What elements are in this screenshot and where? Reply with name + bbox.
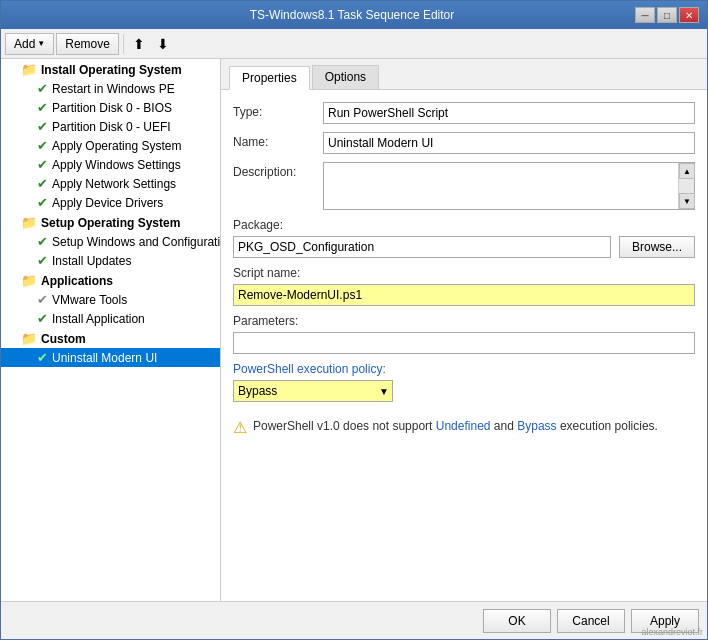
main-content: 📁 Install Operating System ✔ Restart in … [1, 59, 707, 601]
tab-options[interactable]: Options [312, 65, 379, 89]
desc-container: ▲ ▼ [323, 162, 695, 210]
tree-item-install-application[interactable]: ✔ Install Application [1, 309, 220, 328]
warning-text: PowerShell v1.0 does not support Undefin… [253, 418, 658, 435]
script-input[interactable] [233, 284, 695, 306]
scroll-down-btn[interactable]: ▼ [679, 193, 695, 209]
package-row: Browse... [233, 236, 695, 258]
params-input[interactable] [233, 332, 695, 354]
group-custom[interactable]: 📁 Custom [1, 328, 220, 348]
tree-item-apply-network[interactable]: ✔ Apply Network Settings [1, 174, 220, 193]
title-controls: ─ □ ✕ [635, 7, 699, 23]
right-panel: Properties Options Type: Name: Descripti… [221, 59, 707, 601]
tree-item-setup-windows[interactable]: ✔ Setup Windows and Configuration [1, 232, 220, 251]
check-icon: ✔ [37, 138, 48, 153]
params-section: Parameters: [233, 314, 695, 354]
maximize-button[interactable]: □ [657, 7, 677, 23]
folder-icon: 📁 [21, 331, 37, 346]
script-label: Script name: [233, 266, 695, 280]
toolbar-separator [123, 34, 124, 54]
desc-textarea[interactable] [324, 163, 678, 209]
check-icon: ✔ [37, 176, 48, 191]
scroll-up-btn[interactable]: ▲ [679, 163, 695, 179]
type-input[interactable] [323, 102, 695, 124]
name-label: Name: [233, 132, 323, 149]
name-row: Name: [233, 132, 695, 154]
tree-item-apply-windows-settings[interactable]: ✔ Apply Windows Settings [1, 155, 220, 174]
check-icon: ✔ [37, 350, 48, 365]
bottom-bar: OK Cancel Apply [1, 601, 707, 639]
policy-select[interactable]: Bypass AllSigned Undefined [233, 380, 393, 402]
folder-icon: 📁 [21, 215, 37, 230]
check-icon: ✔ [37, 234, 48, 249]
tree-item-apply-drivers[interactable]: ✔ Apply Device Drivers [1, 193, 220, 212]
check-icon: ✔ [37, 81, 48, 96]
type-row: Type: [233, 102, 695, 124]
package-section: Package: Browse... [233, 218, 695, 258]
name-input[interactable] [323, 132, 695, 154]
check-icon: ✔ [37, 100, 48, 115]
tree-item-vmware-tools[interactable]: ✔ VMware Tools [1, 290, 220, 309]
warning-box: ⚠ PowerShell v1.0 does not support Undef… [233, 414, 695, 441]
desc-label: Description: [233, 162, 323, 179]
toolbar: Add ▼ Remove ⬆ ⬇ [1, 29, 707, 59]
watermark: alexandreviot.fr [641, 627, 703, 637]
close-button[interactable]: ✕ [679, 7, 699, 23]
desc-row: Description: ▲ ▼ [233, 162, 695, 210]
check-icon: ✔ [37, 311, 48, 326]
tab-bar: Properties Options [221, 59, 707, 90]
properties-panel: Type: Name: Description: ▲ [221, 90, 707, 601]
group-install-os[interactable]: 📁 Install Operating System [1, 59, 220, 79]
move-up-button[interactable]: ⬆ [128, 33, 150, 55]
tree-item-partition-uefi[interactable]: ✔ Partition Disk 0 - UEFI [1, 117, 220, 136]
check-icon: ✔ [37, 157, 48, 172]
script-section: Script name: [233, 266, 695, 306]
tree-item-restart-windows[interactable]: ✔ Restart in Windows PE [1, 79, 220, 98]
policy-section: PowerShell execution policy: Bypass AllS… [233, 362, 695, 410]
main-window: TS-Windows8.1 Task Sequence Editor ─ □ ✕… [0, 0, 708, 640]
check-icon: ✔ [37, 119, 48, 134]
package-label: Package: [233, 218, 695, 232]
group-applications[interactable]: 📁 Applications [1, 270, 220, 290]
check-icon: ✔ [37, 195, 48, 210]
desc-scrollbar: ▲ ▼ [678, 163, 694, 209]
browse-button[interactable]: Browse... [619, 236, 695, 258]
cancel-button[interactable]: Cancel [557, 609, 625, 633]
policy-select-wrapper: Bypass AllSigned Undefined ▼ [233, 380, 393, 402]
minimize-button[interactable]: ─ [635, 7, 655, 23]
remove-button[interactable]: Remove [56, 33, 119, 55]
policy-label: PowerShell execution policy: [233, 362, 695, 376]
group-setup-os[interactable]: 📁 Setup Operating System [1, 212, 220, 232]
title-bar: TS-Windows8.1 Task Sequence Editor ─ □ ✕ [1, 1, 707, 29]
window-title: TS-Windows8.1 Task Sequence Editor [69, 8, 635, 22]
folder-icon: 📁 [21, 273, 37, 288]
tree-item-uninstall-modern-ui[interactable]: ✔ Uninstall Modern UI [1, 348, 220, 367]
tree-item-apply-os[interactable]: ✔ Apply Operating System [1, 136, 220, 155]
package-input[interactable] [233, 236, 611, 258]
check-icon: ✔ [37, 253, 48, 268]
ok-button[interactable]: OK [483, 609, 551, 633]
tree-panel: 📁 Install Operating System ✔ Restart in … [1, 59, 221, 601]
tree-item-partition-bios[interactable]: ✔ Partition Disk 0 - BIOS [1, 98, 220, 117]
tree-item-install-updates[interactable]: ✔ Install Updates [1, 251, 220, 270]
gray-check-icon: ✔ [37, 292, 48, 307]
add-dropdown-arrow: ▼ [37, 39, 45, 48]
type-label: Type: [233, 102, 323, 119]
folder-icon: 📁 [21, 62, 37, 77]
warning-icon: ⚠ [233, 418, 247, 437]
tab-properties[interactable]: Properties [229, 66, 310, 90]
move-down-button[interactable]: ⬇ [152, 33, 174, 55]
add-button[interactable]: Add ▼ [5, 33, 54, 55]
params-label: Parameters: [233, 314, 695, 328]
